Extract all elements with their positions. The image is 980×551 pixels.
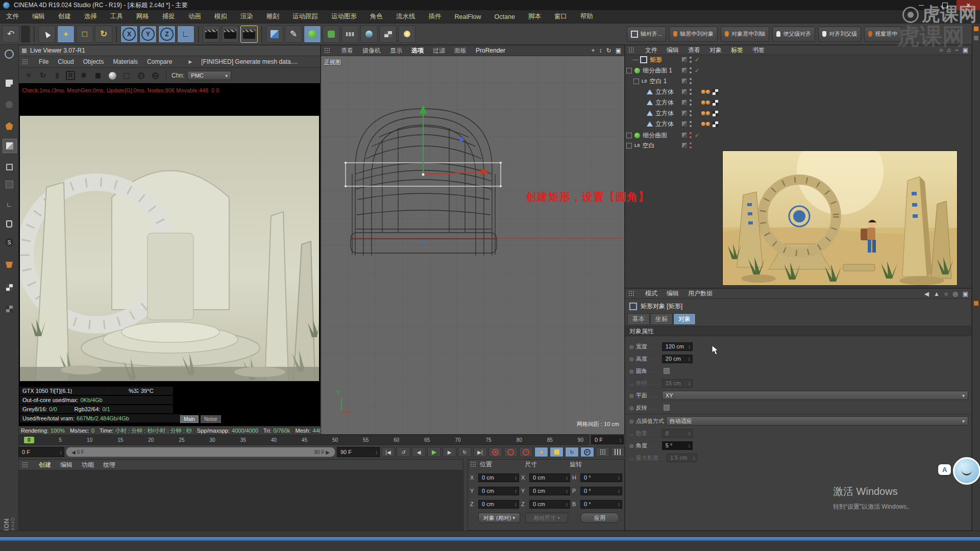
object-properties-section[interactable]: 对象属性 — [625, 326, 971, 336]
playhead[interactable]: 0 — [24, 437, 34, 443]
key-circle-icon[interactable]: ◎ — [629, 344, 634, 349]
om-menu-bookmarks[interactable]: 书签 — [752, 46, 765, 55]
reverse-checkbox[interactable] — [663, 404, 670, 411]
layer-icon[interactable] — [682, 68, 687, 73]
tab-noise[interactable]: Noise — [201, 415, 221, 423]
timeline-ruler[interactable]: 0 510 1520 2530 3540 4550 5560 6570 7580… — [18, 435, 589, 445]
expand-toggle-icon[interactable] — [626, 133, 632, 138]
am-menu-userdata[interactable]: 用户数据 — [688, 289, 713, 298]
menu-mesh[interactable]: 网格 — [136, 12, 149, 21]
focus-pick-icon[interactable]: F — [135, 70, 146, 81]
live-selection-button[interactable] — [38, 26, 56, 43]
sculpt-mode-icon[interactable] — [3, 98, 16, 111]
loop-button[interactable]: ↻ — [458, 447, 472, 457]
material-ball-icon[interactable] — [107, 70, 118, 81]
assistant-avatar[interactable] — [953, 457, 980, 485]
lock-icon[interactable]: ◎ — [952, 290, 958, 297]
enable-dots-icon[interactable] — [690, 89, 692, 95]
grip-icon[interactable] — [628, 47, 634, 54]
refresh-icon[interactable]: ↻ — [37, 70, 48, 81]
key-rotation-button[interactable]: ↻ — [565, 447, 579, 457]
assistant-widget[interactable]: A — [938, 457, 980, 485]
axis-align-button[interactable]: 轴对齐... — [627, 27, 666, 42]
tree-row-cube[interactable]: 立方体 — [647, 109, 719, 118]
key-circle-icon[interactable]: ◎ — [629, 405, 634, 411]
add-cube-button[interactable] — [266, 26, 283, 43]
lock-x-button[interactable]: X — [120, 26, 138, 43]
menu-plugins[interactable]: 插件 — [429, 12, 442, 21]
lock-z-button[interactable]: Z — [158, 26, 176, 43]
end-frame-field[interactable]: 90 F↕ — [337, 447, 380, 457]
next-frame-button[interactable]: ▶ — [443, 447, 456, 457]
menu-octane[interactable]: Octane — [495, 13, 515, 20]
history-back-icon[interactable]: ◀ — [924, 290, 929, 297]
lock-y-button[interactable]: Y — [139, 26, 157, 43]
render-picture-viewer-button[interactable] — [222, 26, 239, 43]
size-x-input[interactable]: 0 cm↕ — [529, 473, 570, 482]
grip-icon[interactable] — [22, 59, 28, 65]
dock-tab-icon[interactable] — [974, 36, 978, 40]
pos-x-input[interactable]: 0 cm↕ — [478, 473, 519, 482]
angle-input[interactable]: 5 °↕ — [662, 441, 693, 450]
menu-file[interactable]: 文件 — [6, 12, 19, 21]
add-floor-button[interactable] — [341, 26, 359, 43]
phong-tag-icon[interactable] — [701, 101, 705, 105]
add-instance-button[interactable] — [323, 26, 340, 43]
edges-mode-icon[interactable] — [3, 217, 16, 231]
om-menu-view[interactable]: 查看 — [688, 46, 700, 55]
texture-tag-icon[interactable] — [713, 121, 718, 127]
menu-create[interactable]: 创建 — [58, 12, 71, 21]
channel-dropdown[interactable]: PMC▾ — [187, 71, 231, 80]
key-position-button[interactable]: + — [534, 447, 548, 457]
start-frame-field[interactable]: 0 F↕ — [18, 447, 64, 457]
tree-row-cube[interactable]: 立方体 — [647, 98, 719, 107]
align-to-parent-button[interactable]: 对齐到父级 — [818, 27, 861, 42]
array-table-button[interactable] — [379, 26, 397, 43]
menu-pipeline[interactable]: 流水线 — [396, 12, 415, 21]
layer-icon[interactable] — [682, 100, 687, 105]
tree-row-subdivision[interactable]: 细分曲面 ✓ — [626, 131, 719, 140]
layer-icon[interactable] — [682, 89, 687, 94]
om-menu-edit[interactable]: 编辑 — [667, 46, 679, 55]
menu-simulate[interactable]: 模拟 — [214, 12, 227, 21]
scale-tool-button[interactable]: □ — [76, 26, 93, 43]
lv-menu-objects[interactable]: Objects — [83, 58, 104, 65]
phong-tag-icon[interactable] — [701, 111, 705, 115]
layer-icon[interactable] — [682, 143, 687, 148]
layer-icon[interactable] — [682, 111, 687, 116]
mat-menu-create[interactable]: 创建 — [39, 461, 51, 469]
lv-menu-compare[interactable]: Compare — [147, 58, 172, 65]
lv-menu-cloud[interactable]: Cloud — [58, 58, 74, 65]
texture-paint-icon[interactable] — [3, 281, 16, 294]
tree-row-rectangle[interactable]: — 矩形 ✓ — [632, 55, 719, 64]
add-light-button[interactable] — [398, 26, 415, 43]
tree-row-cube[interactable]: 立方体 — [647, 119, 719, 129]
disabled-dots-icon[interactable] — [690, 132, 692, 138]
viewport-center-button[interactable]: 视窗居中 — [864, 27, 901, 42]
render-settings-button[interactable] — [240, 26, 258, 43]
menu-mograph[interactable]: 运动图形 — [331, 12, 357, 21]
menu-character[interactable]: 角色 — [370, 12, 383, 21]
layer-icon[interactable] — [682, 57, 687, 62]
timeline-window-button[interactable] — [611, 447, 625, 457]
menu-tools[interactable]: 工具 — [110, 12, 123, 21]
tree-row-cube[interactable]: 立方体 — [647, 87, 719, 96]
size-mode-dropdown[interactable]: 相对尺寸 ▾ — [525, 513, 568, 523]
key-circle-icon[interactable]: ◎ — [629, 418, 634, 424]
layer-icon[interactable] — [682, 121, 687, 127]
collapse-toggle-icon[interactable] — [633, 79, 639, 84]
tree-row-null[interactable]: L0 空白 — [626, 141, 719, 150]
lv-menu-file[interactable]: File — [39, 58, 48, 65]
key-scale-button[interactable] — [550, 447, 564, 457]
phong-tag-icon[interactable] — [701, 90, 705, 94]
mat-menu-texture[interactable]: 纹理 — [103, 461, 115, 469]
model-mode-icon[interactable] — [3, 139, 17, 153]
menu-script[interactable]: 脚本 — [528, 12, 541, 21]
viewport-front[interactable]: 查看 摄像机 显示 选项 过滤 面板 ProRender + ↕ ↻ ▣ 正视图 — [321, 45, 625, 435]
texture-tag-icon[interactable] — [713, 89, 718, 95]
picture-region-icon[interactable]: ▢ — [121, 70, 132, 81]
enable-dots-icon[interactable] — [690, 99, 692, 106]
enable-dots-icon[interactable] — [690, 67, 692, 73]
grip-icon[interactable] — [628, 290, 634, 297]
undo-button[interactable]: ↶ — [2, 26, 19, 43]
